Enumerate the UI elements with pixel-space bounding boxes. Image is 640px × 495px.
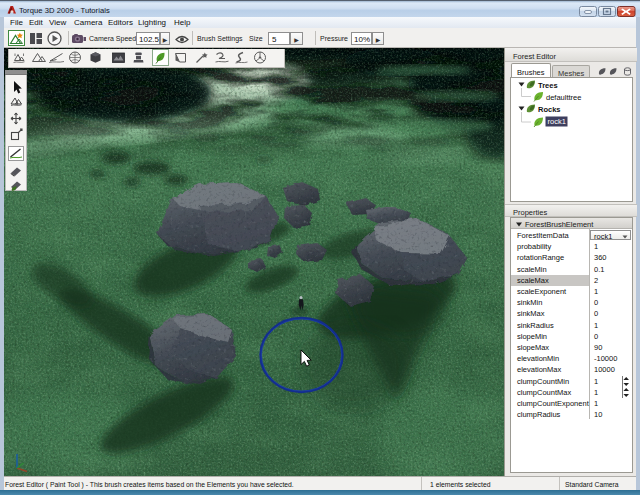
svg-text:rock1: rock1 [548, 117, 566, 126]
svg-text:Rocks: Rocks [538, 105, 561, 114]
svg-text:Trees: Trees [538, 81, 558, 90]
svg-text:defaulttree: defaulttree [546, 93, 581, 102]
